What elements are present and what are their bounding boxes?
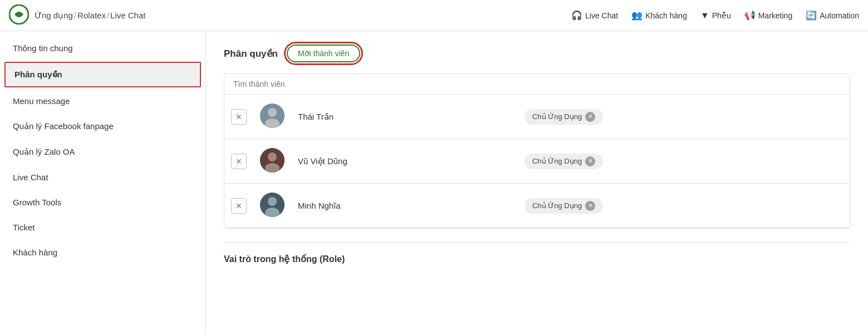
role-cell-0: Chủ Ứng Dụng ✕: [518, 95, 850, 139]
delete-button-1[interactable]: ✕: [231, 154, 247, 169]
users-icon: 👥: [631, 10, 643, 21]
sidebar-item-facebook-fanpage[interactable]: Quản lý Facebook fanpage: [0, 114, 205, 139]
red-arrow-indicator: [224, 152, 224, 170]
member-table-wrapper: ✕: [224, 73, 850, 229]
avatar-cell-2: [253, 184, 291, 228]
role-section-title: Vai trò trong hệ thống (Role): [224, 243, 345, 264]
table-row: ✕ Minh Nghĩa: [224, 184, 850, 228]
logo[interactable]: [9, 4, 29, 26]
member-table: ✕: [224, 95, 850, 228]
role-label-0: Chủ Ứng Dụng: [532, 112, 582, 121]
megaphone-icon: 📢: [744, 10, 756, 21]
role-cell-1: Chủ Ứng Dụng ✕: [518, 139, 850, 184]
svg-point-10: [268, 197, 277, 206]
section-header: Phân quyền Mời thành viên: [224, 45, 850, 62]
name-cell-1: Vũ Việt Dũng: [291, 139, 518, 184]
sidebar-item-zalo-oa[interactable]: Quản lý Zalo OA: [0, 139, 205, 165]
role-remove-1[interactable]: ✕: [585, 156, 595, 166]
sidebar-item-thong-tin-chung[interactable]: Thông tin chung: [0, 36, 205, 61]
delete-cell-0: ✕: [224, 95, 253, 139]
svg-point-2: [268, 108, 277, 117]
nav-funnel-label: Phễu: [712, 11, 731, 20]
breadcrumb-sep1: /: [74, 11, 76, 20]
nav-marketing[interactable]: 📢 Marketing: [744, 10, 792, 21]
table-row: ✕: [224, 95, 850, 139]
delete-button-2[interactable]: ✕: [231, 198, 247, 214]
nav-customers-label: Khách hàng: [645, 11, 687, 20]
avatar-2: [260, 193, 285, 217]
filter-icon: ▼: [700, 11, 709, 21]
sidebar-item-growth-tools[interactable]: Growth Tools: [0, 190, 205, 215]
role-label-2: Chủ Ứng Dụng: [532, 201, 582, 210]
breadcrumb-current: Live Chat: [110, 11, 145, 20]
role-cell-2: Chủ Ứng Dụng ✕: [518, 184, 850, 228]
role-remove-2[interactable]: ✕: [585, 201, 595, 211]
sidebar-item-khach-hang[interactable]: Khách hàng: [0, 240, 205, 265]
breadcrumb-sep2: /: [107, 11, 109, 20]
layout: Thông tin chung Phân quyền Menu message …: [0, 31, 868, 335]
nav-automation-label: Automation: [820, 11, 859, 20]
member-name-1: Vũ Việt Dũng: [298, 156, 347, 166]
member-name-2: Minh Nghĩa: [298, 201, 341, 210]
nav-customers[interactable]: 👥 Khách hàng: [631, 10, 687, 21]
role-badge-2: Chủ Ứng Dụng ✕: [524, 198, 603, 214]
name-cell-0: Thái Trần: [291, 95, 518, 139]
search-input[interactable]: [224, 74, 850, 94]
nav-marketing-label: Marketing: [758, 11, 792, 20]
sidebar-item-menu-message[interactable]: Menu message: [0, 88, 205, 114]
refresh-icon: 🔄: [806, 10, 817, 21]
avatar-1: [260, 148, 285, 173]
nav-live-chat[interactable]: 🎧 Live Chat: [571, 10, 618, 21]
top-nav: Ứng dụng/Rolatex/Live Chat 🎧 Live Chat 👥…: [0, 0, 868, 31]
sidebar-item-live-chat[interactable]: Live Chat: [0, 165, 205, 190]
svg-point-7: [268, 152, 277, 161]
invite-member-button[interactable]: Mời thành viên: [287, 45, 360, 62]
role-label-1: Chủ Ứng Dụng: [532, 157, 582, 165]
avatar-cell-0: [253, 95, 291, 139]
headset-icon: 🎧: [571, 10, 582, 21]
main-content: Phân quyền Mời thành viên ✕: [206, 31, 868, 335]
nav-live-chat-label: Live Chat: [585, 11, 618, 20]
role-section: Vai trò trong hệ thống (Role): [224, 242, 850, 264]
section-title: Phân quyền: [224, 48, 278, 60]
sidebar-item-ticket[interactable]: Ticket: [0, 215, 205, 240]
nav-funnel[interactable]: ▼ Phễu: [700, 11, 731, 21]
delete-button-0[interactable]: ✕: [231, 109, 247, 125]
avatar-0: [260, 104, 285, 128]
avatar-cell-1: [253, 139, 291, 184]
role-remove-0[interactable]: ✕: [585, 112, 595, 122]
top-nav-actions: 🎧 Live Chat 👥 Khách hàng ▼ Phễu 📢 Market…: [571, 10, 859, 21]
search-wrapper: [224, 74, 850, 95]
nav-automation[interactable]: 🔄 Automation: [806, 10, 859, 21]
name-cell-2: Minh Nghĩa: [291, 184, 518, 228]
sidebar-item-phan-quyen[interactable]: Phân quyền: [4, 62, 201, 87]
sidebar: Thông tin chung Phân quyền Menu message …: [0, 31, 206, 335]
table-row: ✕ Vũ Việt Dũn: [224, 139, 850, 184]
delete-cell-1: ✕: [224, 139, 253, 184]
role-badge-0: Chủ Ứng Dụng ✕: [524, 109, 603, 125]
role-badge-1: Chủ Ứng Dụng ✕: [524, 154, 603, 169]
breadcrumb-company: Rolatex: [77, 11, 106, 20]
breadcrumb-app: Ứng dụng: [35, 11, 73, 20]
member-name-0: Thái Trần: [298, 112, 334, 121]
breadcrumb: Ứng dụng/Rolatex/Live Chat: [35, 11, 571, 21]
delete-cell-2: ✕: [224, 184, 253, 228]
